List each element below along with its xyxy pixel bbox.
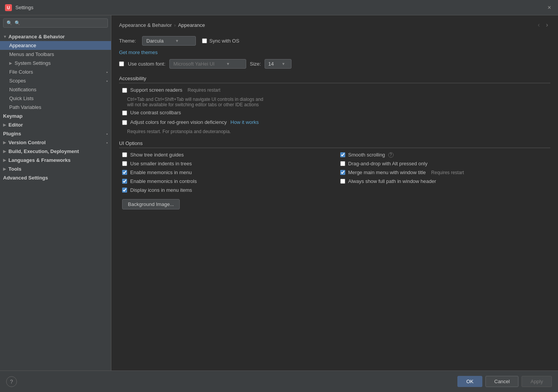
sidebar-item-scopes[interactable]: Scopes ▪ — [0, 76, 111, 85]
sidebar-item-file-colors[interactable]: File Colors ▪ — [0, 68, 111, 76]
size-value: 14 — [268, 61, 273, 67]
screen-readers-sub: Ctrl+Tab and Ctrl+Shift+Tab will navigat… — [119, 97, 550, 107]
chevron-right-icon: ▶ — [3, 123, 7, 127]
sidebar-item-tools[interactable]: ▶ Tools — [0, 165, 111, 173]
breadcrumb-parent: Appearance & Behavior — [119, 22, 172, 28]
custom-font-row: Use custom font: Microsoft YaHei UI ▼ Si… — [119, 59, 550, 69]
drag-drop-checkbox[interactable] — [340, 161, 345, 166]
always-full-path-label[interactable]: Always show full path in window header — [348, 178, 436, 184]
chevron-right-icon: ▶ — [3, 149, 7, 153]
always-full-path-checkbox[interactable] — [340, 179, 345, 184]
drag-drop-label[interactable]: Drag-and-drop with Alt pressed only — [348, 161, 428, 166]
smaller-indents-label[interactable]: Use smaller indents in trees — [130, 161, 192, 166]
help-button[interactable]: ? — [6, 376, 17, 387]
window-title: Settings — [15, 5, 545, 10]
search-box[interactable]: 🔍 — [3, 18, 108, 28]
smooth-scrolling-label[interactable]: Smooth scrolling — [348, 152, 385, 158]
color-blind-checkbox[interactable] — [122, 120, 127, 125]
sync-os-row: Sync with OS — [202, 38, 239, 44]
settings-icon: ▪ — [106, 70, 108, 74]
smooth-scrolling-checkbox[interactable] — [340, 152, 345, 157]
footer-buttons: OK Cancel Apply — [457, 376, 552, 387]
screen-readers-checkbox[interactable] — [122, 88, 127, 93]
custom-font-checkbox[interactable] — [119, 61, 124, 66]
sidebar-item-plugins[interactable]: Plugins ▪ — [0, 129, 111, 138]
footer: ? OK Cancel Apply — [0, 371, 558, 392]
nav-buttons: ‹ › — [535, 21, 550, 29]
help-icon[interactable]: ? — [388, 152, 394, 158]
color-blind-label[interactable]: Adjust colors for red-green vision defic… — [130, 119, 227, 125]
chevron-right-icon: ▶ — [3, 140, 7, 145]
smooth-scrolling-option: Smooth scrolling ? — [340, 152, 551, 158]
display-icons-checkbox[interactable] — [122, 188, 127, 193]
app-icon: U — [5, 4, 12, 12]
mnemonics-controls-checkbox[interactable] — [122, 179, 127, 184]
font-dropdown[interactable]: Microsoft YaHei UI ▼ — [169, 59, 246, 69]
apply-button[interactable]: Apply — [522, 376, 552, 387]
how-it-works-link[interactable]: How it works — [230, 119, 259, 125]
mnemonics-controls-label[interactable]: Enable mnemonics in controls — [130, 178, 197, 184]
close-button[interactable]: × — [545, 3, 553, 12]
nav-forward-button[interactable]: › — [544, 21, 550, 29]
cancel-button[interactable]: Cancel — [485, 376, 518, 387]
show-tree-indent-checkbox[interactable] — [122, 152, 127, 157]
sidebar-item-system-settings[interactable]: ▶ System Settings — [0, 59, 111, 68]
sidebar-item-notifications[interactable]: Notifications — [0, 85, 111, 94]
sidebar-item-appearance-behavior[interactable]: ▼ Appearance & Behavior — [0, 32, 111, 41]
get-more-themes-link[interactable]: Get more themes — [119, 49, 157, 55]
merge-main-menu-checkbox[interactable] — [340, 170, 345, 175]
sidebar-item-languages[interactable]: ▶ Languages & Frameworks — [0, 156, 111, 165]
sidebar-item-quick-lists[interactable]: Quick Lists — [0, 94, 111, 103]
search-icon: 🔍 — [7, 20, 12, 26]
custom-font-label[interactable]: Use custom font: — [128, 61, 166, 67]
smaller-indents-option: Use smaller indents in trees — [122, 161, 333, 166]
mnemonics-menu-option: Enable mnemonics in menu — [122, 170, 333, 175]
show-tree-indent-label[interactable]: Show tree indent guides — [130, 152, 184, 158]
mnemonics-menu-checkbox[interactable] — [122, 170, 127, 175]
content-scroll: Theme: Darcula ▼ Sync with OS Get more t… — [111, 32, 558, 371]
mnemonics-menu-label[interactable]: Enable mnemonics in menu — [130, 170, 192, 175]
sidebar-item-menus-toolbars[interactable]: Menus and Toolbars — [0, 50, 111, 59]
nav-back-button[interactable]: ‹ — [535, 21, 542, 29]
theme-dropdown[interactable]: Darcula ▼ — [142, 36, 196, 46]
sidebar-item-appearance[interactable]: Appearance — [0, 41, 111, 50]
screen-readers-option: Support screen readers Requires restart … — [119, 87, 550, 107]
sidebar-item-path-variables[interactable]: Path Variables — [0, 103, 111, 112]
sidebar-item-version-control[interactable]: ▶ Version Control ▪ — [0, 138, 111, 147]
ui-options-header: UI Options — [119, 140, 550, 148]
sync-os-label[interactable]: Sync with OS — [209, 38, 239, 44]
contrast-scrollbars-row: Use contrast scrollbars — [119, 110, 550, 115]
size-dropdown[interactable]: 14 ▼ — [265, 59, 291, 69]
chevron-down-icon: ▼ — [281, 62, 285, 66]
breadcrumb: Appearance & Behavior › Appearance — [119, 22, 205, 28]
sidebar-item-advanced-settings[interactable]: Advanced Settings — [0, 173, 111, 182]
size-label: Size: — [250, 61, 261, 67]
sync-os-checkbox[interactable] — [202, 38, 207, 43]
breadcrumb-current: Appearance — [178, 22, 205, 28]
merge-main-menu-label[interactable]: Merge main menu with window title — [348, 170, 426, 175]
content-header: Appearance & Behavior › Appearance ‹ › — [111, 15, 558, 32]
chevron-right-icon: ▶ — [9, 61, 13, 65]
contrast-scrollbars-checkbox[interactable] — [122, 110, 127, 115]
content-area: Appearance & Behavior › Appearance ‹ › T… — [111, 15, 558, 371]
ok-button[interactable]: OK — [457, 376, 482, 387]
screen-readers-row: Support screen readers Requires restart — [119, 87, 550, 93]
smaller-indents-checkbox[interactable] — [122, 161, 127, 166]
contrast-scrollbars-label[interactable]: Use contrast scrollbars — [130, 110, 181, 115]
theme-row: Theme: Darcula ▼ Sync with OS — [119, 36, 550, 46]
background-image-button[interactable]: Background Image... — [122, 199, 180, 209]
color-blind-row: Adjust colors for red-green vision defic… — [119, 119, 550, 125]
settings-icon: ▪ — [106, 132, 108, 136]
settings-icon: ▪ — [106, 140, 108, 145]
color-blind-sub: Requires restart. For protanopia and deu… — [119, 129, 550, 134]
sidebar-item-keymap[interactable]: Keymap — [0, 112, 111, 120]
sidebar-item-editor[interactable]: ▶ Editor — [0, 120, 111, 129]
display-icons-label[interactable]: Display icons in menu items — [130, 187, 192, 193]
show-tree-indent-option: Show tree indent guides — [122, 152, 333, 158]
breadcrumb-separator: › — [174, 22, 176, 28]
sidebar-item-build-exec[interactable]: ▶ Build, Execution, Deployment — [0, 147, 111, 156]
main-layout: 🔍 ▼ Appearance & Behavior Appearance Men… — [0, 15, 558, 371]
screen-readers-label[interactable]: Support screen readers — [130, 87, 182, 93]
search-input[interactable] — [15, 20, 104, 26]
title-bar: U Settings × — [0, 0, 558, 15]
